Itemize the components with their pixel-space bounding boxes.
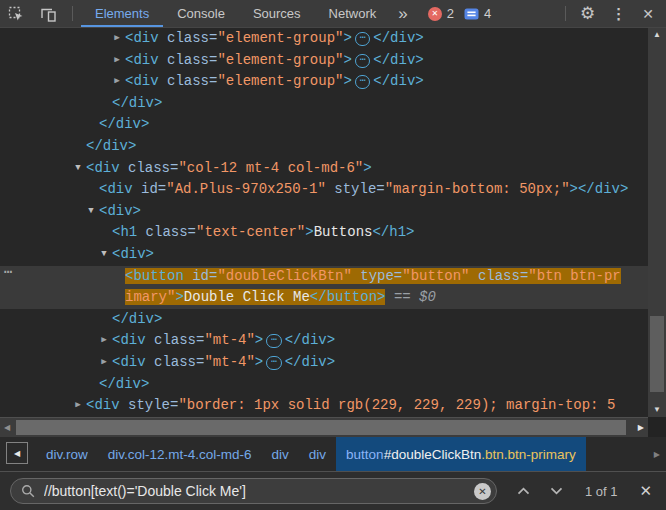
expand-inline-ellipsis-icon[interactable]: ⋯ — [355, 75, 370, 89]
toolbar-divider — [565, 6, 566, 21]
expand-inline-ellipsis-icon[interactable]: ⋯ — [266, 334, 281, 348]
collapse-arrow-icon[interactable]: ▼ — [72, 158, 84, 180]
breadcrumb-forward-icon[interactable]: ▶ — [648, 437, 666, 471]
tab-elements[interactable]: Elements — [81, 0, 163, 27]
expand-arrow-icon[interactable]: ▶ — [111, 71, 123, 93]
expand-inline-ellipsis-icon[interactable]: ⋯ — [266, 356, 281, 370]
issues-badge-icon[interactable] — [464, 7, 479, 21]
kebab-menu-icon[interactable]: ⋮ — [601, 0, 636, 27]
expand-inline-ellipsis-icon[interactable]: ⋯ — [355, 32, 370, 46]
next-match-icon[interactable] — [550, 487, 563, 495]
horizontal-scrollbar[interactable]: ◀ ▶ — [0, 417, 648, 437]
horizontal-scrollbar-thumb[interactable] — [16, 420, 626, 435]
breadcrumb-div[interactable]: div — [299, 437, 336, 471]
error-badge-icon[interactable]: ✕ — [428, 7, 442, 21]
scroll-down-icon[interactable]: ▼ — [648, 403, 666, 417]
close-icon[interactable]: ✕ — [636, 0, 660, 27]
search-icon — [21, 484, 35, 498]
expand-arrow-icon[interactable]: ▶ — [111, 28, 123, 50]
error-count[interactable]: 2 — [447, 6, 454, 21]
row-actions-icon[interactable]: ⋯ — [4, 263, 13, 280]
breadcrumb: ◀ div.rowdiv.col-12.mt-4.col-md-6divdivb… — [0, 437, 666, 471]
previous-match-icon[interactable] — [517, 487, 530, 495]
breadcrumb-div-col-12[interactable]: div.col-12.mt-4.col-md-6 — [98, 437, 262, 471]
tree-row-col-12[interactable]: ▼<div class="col-12 mt-4 col-md-6"> — [0, 158, 648, 180]
tree-row-div-open[interactable]: ▼<div> — [0, 244, 648, 266]
tab-console[interactable]: Console — [163, 0, 239, 27]
tree-row-mt-4-2[interactable]: ▶<div class="mt-4">⋯</div> — [0, 352, 648, 374]
inspect-element-icon[interactable] — [0, 0, 32, 27]
collapse-arrow-icon[interactable]: ▼ — [98, 244, 110, 266]
breadcrumb-div[interactable]: div — [262, 437, 299, 471]
toolbar-right-cluster: ⚙ ⋮ ✕ — [557, 0, 666, 27]
tab-sources[interactable]: Sources — [239, 0, 315, 27]
tree-row-closing-div[interactable]: </div> — [0, 114, 648, 136]
tree-row-closing-div[interactable]: </div> — [0, 136, 648, 158]
match-count-label: 1 of 1 — [585, 484, 618, 499]
toggle-device-toolbar-icon[interactable] — [32, 0, 64, 27]
tree-row-div-open[interactable]: ▼<div> — [0, 201, 648, 223]
settings-gear-icon[interactable]: ⚙ — [574, 0, 601, 27]
tab-network[interactable]: Network — [315, 0, 391, 27]
clear-search-icon[interactable]: ✕ — [474, 483, 491, 500]
devtools-window: ElementsConsoleSourcesNetwork » ✕ 2 4 ⚙ … — [0, 0, 666, 510]
expand-inline-ellipsis-icon[interactable]: ⋯ — [355, 54, 370, 68]
tree-row-border-div[interactable]: ▶<div style="border: 1px solid rgb(229, … — [0, 395, 648, 417]
tree-row-closing-div[interactable]: </div> — [0, 93, 648, 115]
tree-row-element-group-1[interactable]: ▶<div class="element-group">⋯</div> — [0, 28, 648, 50]
breadcrumb-items: div.rowdiv.col-12.mt-4.col-md-6divdivbut… — [36, 437, 586, 471]
vertical-scrollbar[interactable]: ▲ ▼ — [648, 28, 666, 417]
scroll-up-icon[interactable]: ▲ — [648, 28, 666, 42]
devtools-toolbar: ElementsConsoleSourcesNetwork » ✕ 2 4 ⚙ … — [0, 0, 666, 28]
scroll-left-icon[interactable]: ◀ — [4, 418, 10, 437]
tree-row-element-group-3[interactable]: ▶<div class="element-group">⋯</div> — [0, 71, 648, 93]
elements-tree[interactable]: ▶<div class="element-group">⋯</div>▶<div… — [0, 28, 648, 417]
tree-row-closing-div[interactable]: </div> — [0, 374, 648, 396]
toolbar-divider — [72, 6, 73, 21]
tree-row-double-click-button[interactable]: <button id="doubleClickBtn" type="button… — [0, 266, 648, 309]
close-find-bar-icon[interactable]: ✕ — [639, 482, 652, 500]
collapse-arrow-icon[interactable]: ▼ — [85, 201, 97, 223]
breadcrumb-back-icon[interactable]: ◀ — [6, 442, 28, 464]
issue-count[interactable]: 4 — [484, 6, 491, 21]
expand-arrow-icon[interactable]: ▶ — [98, 330, 110, 352]
expand-arrow-icon[interactable]: ▶ — [98, 352, 110, 374]
expand-arrow-icon[interactable]: ▶ — [72, 395, 84, 417]
breadcrumb-div-row[interactable]: div.row — [36, 437, 98, 471]
status-badges: ✕ 2 4 — [428, 0, 501, 27]
scrollbar-corner — [648, 417, 666, 437]
search-field[interactable]: ✕ — [10, 478, 497, 504]
tree-row-ad-plus[interactable]: <div id="Ad.Plus-970x250-1" style="margi… — [0, 179, 648, 201]
expand-arrow-icon[interactable]: ▶ — [111, 50, 123, 72]
scroll-right-icon[interactable]: ▶ — [638, 418, 644, 437]
tree-row-closing-div[interactable]: </div> — [0, 309, 648, 331]
vertical-scrollbar-thumb[interactable] — [650, 316, 664, 392]
tree-row-element-group-2[interactable]: ▶<div class="element-group">⋯</div> — [0, 50, 648, 72]
search-input[interactable] — [42, 482, 474, 500]
breadcrumb-button-doubleclickbtn[interactable]: button#doubleClickBtn.btn.btn-primary — [336, 437, 586, 471]
panel-tabs: ElementsConsoleSourcesNetwork — [81, 0, 390, 27]
tree-row-h1-buttons[interactable]: <h1 class="text-center">Buttons</h1> — [0, 222, 648, 244]
tree-row-mt-4-1[interactable]: ▶<div class="mt-4">⋯</div> — [0, 330, 648, 352]
more-tabs-button[interactable]: » — [390, 0, 415, 27]
find-bar: ✕ 1 of 1 ✕ — [0, 471, 666, 510]
